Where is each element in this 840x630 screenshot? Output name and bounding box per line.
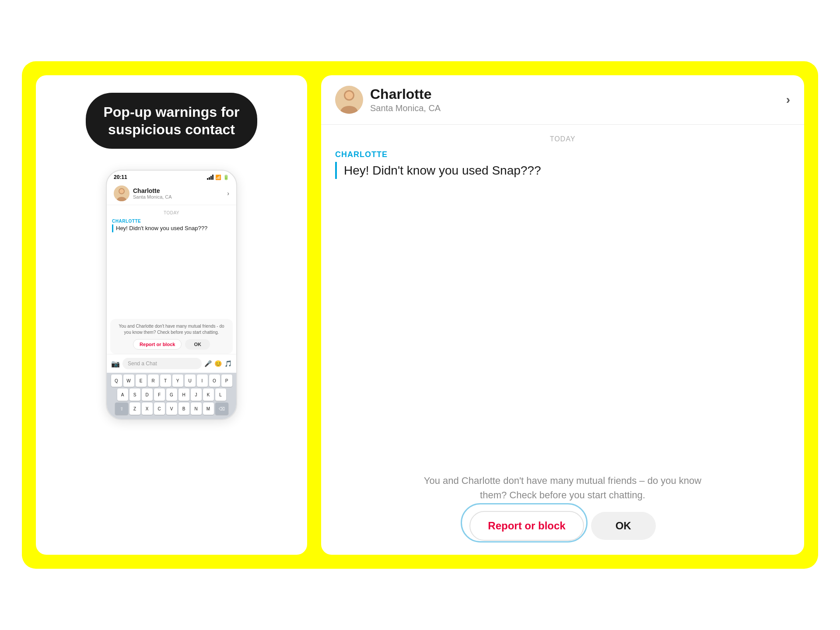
left-panel: Pop-up warnings for suspicious contact 2… <box>36 75 307 555</box>
key-v[interactable]: V <box>166 402 177 415</box>
right-header-info: Charlotte Santa Monica, CA <box>370 86 779 113</box>
right-report-button[interactable]: Report or block <box>469 511 584 541</box>
right-today-label: TODAY <box>335 135 790 143</box>
phone-contact-name: Charlotte <box>133 187 224 194</box>
key-w[interactable]: W <box>123 374 134 387</box>
key-x[interactable]: X <box>142 402 153 415</box>
phone-input-icons: 🎤 😊 🎵 <box>204 360 232 367</box>
wifi-icon: 📶 <box>215 175 221 180</box>
right-contact-name: Charlotte <box>370 86 779 102</box>
headline-pill: Pop-up warnings for suspicious contact <box>86 93 257 149</box>
battery-icon: 🔋 <box>223 175 229 180</box>
key-k[interactable]: K <box>203 388 214 401</box>
phone-status-bar: 20:11 📶 🔋 <box>107 171 236 182</box>
phone-header-info: Charlotte Santa Monica, CA <box>133 187 224 200</box>
key-f[interactable]: F <box>154 388 165 401</box>
key-z[interactable]: Z <box>130 402 140 415</box>
key-n[interactable]: N <box>191 402 202 415</box>
phone-avatar <box>114 186 130 201</box>
keyboard-row-3: ⇧ Z X C V B N M ⌫ <box>108 402 234 415</box>
right-buttons-wrapper: Report or block OK <box>469 511 655 541</box>
key-d[interactable]: D <box>142 388 153 401</box>
status-time: 20:11 <box>114 174 127 180</box>
right-ok-button[interactable]: OK <box>591 512 656 540</box>
key-o[interactable]: O <box>209 374 220 387</box>
phone-chevron-icon: › <box>227 190 229 197</box>
key-s[interactable]: S <box>130 388 140 401</box>
phone-chat-input[interactable]: Send a Chat <box>122 358 202 369</box>
camera-icon[interactable]: 📷 <box>111 360 120 368</box>
right-warning-area: You and Charlotte don't have many mutual… <box>321 473 804 555</box>
phone-input-bar: 📷 Send a Chat 🎤 😊 🎵 <box>107 354 236 373</box>
phone-report-button[interactable]: Report or block <box>133 339 182 350</box>
right-warning-text: You and Charlotte don't have many mutual… <box>414 473 711 502</box>
phone-mockup: 20:11 📶 🔋 <box>106 170 237 420</box>
right-panel: Charlotte Santa Monica, CA › TODAY CHARL… <box>321 75 804 555</box>
phone-ok-button[interactable]: OK <box>185 339 210 350</box>
right-chevron-icon[interactable]: › <box>786 93 790 107</box>
key-u[interactable]: U <box>185 374 196 387</box>
key-y[interactable]: Y <box>172 374 183 387</box>
signal-icon <box>207 175 214 180</box>
key-p[interactable]: P <box>221 374 232 387</box>
key-h[interactable]: H <box>178 388 189 401</box>
key-q[interactable]: Q <box>111 374 122 387</box>
right-panel-header: Charlotte Santa Monica, CA › <box>321 75 804 125</box>
right-contact-location: Santa Monica, CA <box>370 103 779 113</box>
phone-warning-text: You and Charlotte don't have many mutual… <box>116 323 228 336</box>
phone-warning-box: You and Charlotte don't have many mutual… <box>110 319 233 354</box>
key-r[interactable]: R <box>148 374 159 387</box>
phone-today-label: TODAY <box>112 210 231 215</box>
outer-background: Pop-up warnings for suspicious contact 2… <box>0 0 840 630</box>
keyboard-row-1: Q W E R T Y U I O P <box>108 374 234 387</box>
phone-header: Charlotte Santa Monica, CA › <box>107 182 236 205</box>
key-shift[interactable]: ⇧ <box>115 402 128 415</box>
key-m[interactable]: M <box>203 402 214 415</box>
phone-contact-location: Santa Monica, CA <box>133 194 224 200</box>
key-t[interactable]: T <box>160 374 171 387</box>
phone-chat-area: TODAY CHARLOTTE Hey! Didn't know you use… <box>107 205 236 319</box>
emoji-icon[interactable]: 😊 <box>214 360 222 367</box>
yellow-container: Pop-up warnings for suspicious contact 2… <box>22 61 818 569</box>
sticker-icon[interactable]: 🎵 <box>224 360 232 367</box>
phone-sender-label: CHARLOTTE <box>112 219 231 224</box>
key-a[interactable]: A <box>117 388 128 401</box>
key-e[interactable]: E <box>136 374 147 387</box>
phone-message: Hey! Didn't know you used Snap??? <box>112 224 231 232</box>
phone-warning-buttons: Report or block OK <box>116 339 228 350</box>
key-c[interactable]: C <box>154 402 165 415</box>
svg-point-3 <box>119 189 124 193</box>
key-l[interactable]: L <box>215 388 226 401</box>
key-j[interactable]: J <box>191 388 202 401</box>
right-avatar <box>335 86 363 114</box>
headline-line2: suspicious contact <box>103 121 239 138</box>
phone-keyboard: Q W E R T Y U I O P A S D <box>107 373 236 419</box>
keyboard-row-2: A S D F G H J K L <box>108 388 234 401</box>
mic-icon[interactable]: 🎤 <box>204 360 212 367</box>
svg-point-7 <box>345 91 353 99</box>
key-backspace[interactable]: ⌫ <box>215 402 228 415</box>
right-sender-label: CHARLOTTE <box>335 150 790 159</box>
right-chat-area: TODAY CHARLOTTE Hey! Didn't know you use… <box>321 125 804 473</box>
key-g[interactable]: G <box>166 388 177 401</box>
right-message: Hey! Didn't know you used Snap??? <box>335 162 790 179</box>
key-b[interactable]: B <box>178 402 189 415</box>
key-i[interactable]: I <box>197 374 208 387</box>
headline-line1: Pop-up warnings for <box>103 103 239 121</box>
phone-chat-placeholder: Send a Chat <box>128 360 157 367</box>
